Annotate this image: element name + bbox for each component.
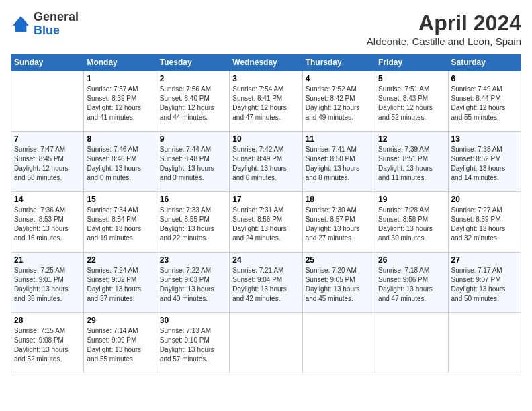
calendar-cell [448,313,521,373]
header-cell-sunday: Sunday [11,54,84,71]
calendar-cell: 27Sunrise: 7:17 AMSunset: 9:07 PMDayligh… [448,253,521,313]
day-info: Sunrise: 7:42 AMSunset: 8:49 PMDaylight:… [232,145,299,183]
logo-text: General Blue [34,11,79,38]
day-number: 18 [306,195,372,204]
day-info: Sunrise: 7:25 AMSunset: 9:01 PMDaylight:… [14,266,81,304]
calendar-cell [375,313,448,373]
day-info: Sunrise: 7:30 AMSunset: 8:57 PMDaylight:… [306,205,372,243]
logo-blue-text: Blue [34,24,60,37]
calendar-week-2: 14Sunrise: 7:36 AMSunset: 8:53 PMDayligh… [11,192,521,253]
day-number: 17 [232,195,299,204]
day-info: Sunrise: 7:18 AMSunset: 9:06 PMDaylight:… [378,266,445,304]
logo-icon [11,14,31,34]
calendar-cell [302,313,375,373]
calendar-cell: 1Sunrise: 7:57 AMSunset: 8:39 PMDaylight… [84,71,157,132]
day-number: 2 [160,74,226,83]
calendar-cell: 7Sunrise: 7:47 AMSunset: 8:45 PMDaylight… [11,132,84,192]
day-info: Sunrise: 7:24 AMSunset: 9:02 PMDaylight:… [87,266,153,304]
day-number: 7 [14,134,81,144]
calendar-cell: 30Sunrise: 7:13 AMSunset: 9:10 PMDayligh… [157,313,229,373]
calendar-table: SundayMondayTuesdayWednesdayThursdayFrid… [11,54,521,373]
calendar-cell: 13Sunrise: 7:38 AMSunset: 8:52 PMDayligh… [448,132,521,192]
day-number: 28 [14,316,81,325]
day-info: Sunrise: 7:14 AMSunset: 9:09 PMDaylight:… [87,326,153,364]
calendar-cell: 8Sunrise: 7:46 AMSunset: 8:46 PMDaylight… [84,132,157,192]
day-info: Sunrise: 7:21 AMSunset: 9:04 PMDaylight:… [232,266,299,304]
title-block: April 2024 Aldeonte, Castille and Leon, … [367,11,521,47]
day-number: 5 [378,74,445,83]
calendar-cell: 15Sunrise: 7:34 AMSunset: 8:54 PMDayligh… [84,192,157,253]
calendar-body: 1Sunrise: 7:57 AMSunset: 8:39 PMDaylight… [11,71,521,373]
day-number: 25 [306,255,372,265]
calendar-cell [230,313,302,373]
day-number: 14 [14,195,81,204]
day-number: 23 [160,255,226,265]
calendar-cell: 29Sunrise: 7:14 AMSunset: 9:09 PMDayligh… [84,313,157,373]
calendar-subtitle: Aldeonte, Castille and Leon, Spain [367,36,521,47]
calendar-cell: 14Sunrise: 7:36 AMSunset: 8:53 PMDayligh… [11,192,84,253]
day-number: 1 [87,74,153,83]
calendar-header: SundayMondayTuesdayWednesdayThursdayFrid… [11,54,521,71]
day-number: 22 [87,255,153,265]
day-number: 15 [87,195,153,204]
day-info: Sunrise: 7:34 AMSunset: 8:54 PMDaylight:… [87,205,153,243]
calendar-cell: 24Sunrise: 7:21 AMSunset: 9:04 PMDayligh… [230,253,302,313]
header-cell-wednesday: Wednesday [230,54,302,71]
day-number: 24 [232,255,299,265]
calendar-cell: 16Sunrise: 7:33 AMSunset: 8:55 PMDayligh… [157,192,229,253]
day-number: 19 [378,195,445,204]
day-info: Sunrise: 7:54 AMSunset: 8:41 PMDaylight:… [232,85,299,122]
day-number: 29 [87,316,153,325]
calendar-cell: 25Sunrise: 7:20 AMSunset: 9:05 PMDayligh… [302,253,375,313]
day-info: Sunrise: 7:15 AMSunset: 9:08 PMDaylight:… [14,326,81,364]
day-info: Sunrise: 7:57 AMSunset: 8:39 PMDaylight:… [87,85,153,122]
day-info: Sunrise: 7:17 AMSunset: 9:07 PMDaylight:… [451,266,518,304]
calendar-cell: 17Sunrise: 7:31 AMSunset: 8:56 PMDayligh… [230,192,302,253]
day-number: 12 [378,134,445,144]
day-info: Sunrise: 7:44 AMSunset: 8:48 PMDaylight:… [160,145,226,183]
day-number: 3 [232,74,299,83]
day-number: 6 [451,74,518,83]
day-info: Sunrise: 7:13 AMSunset: 9:10 PMDaylight:… [160,326,226,364]
calendar-week-4: 28Sunrise: 7:15 AMSunset: 9:08 PMDayligh… [11,313,521,373]
day-number: 10 [232,134,299,144]
day-info: Sunrise: 7:39 AMSunset: 8:51 PMDaylight:… [378,145,445,183]
day-info: Sunrise: 7:28 AMSunset: 8:58 PMDaylight:… [378,205,445,243]
day-number: 21 [14,255,81,265]
day-info: Sunrise: 7:51 AMSunset: 8:43 PMDaylight:… [378,85,445,122]
calendar-cell: 11Sunrise: 7:41 AMSunset: 8:50 PMDayligh… [302,132,375,192]
day-number: 16 [160,195,226,204]
calendar-cell: 2Sunrise: 7:56 AMSunset: 8:40 PMDaylight… [157,71,229,132]
day-info: Sunrise: 7:46 AMSunset: 8:46 PMDaylight:… [87,145,153,183]
day-info: Sunrise: 7:49 AMSunset: 8:44 PMDaylight:… [451,85,518,122]
calendar-cell: 19Sunrise: 7:28 AMSunset: 8:58 PMDayligh… [375,192,448,253]
calendar-cell: 5Sunrise: 7:51 AMSunset: 8:43 PMDaylight… [375,71,448,132]
day-info: Sunrise: 7:47 AMSunset: 8:45 PMDaylight:… [14,145,81,183]
day-number: 4 [306,74,372,83]
calendar-cell: 6Sunrise: 7:49 AMSunset: 8:44 PMDaylight… [448,71,521,132]
logo-general: General [34,10,79,24]
calendar-cell: 26Sunrise: 7:18 AMSunset: 9:06 PMDayligh… [375,253,448,313]
day-info: Sunrise: 7:31 AMSunset: 8:56 PMDaylight:… [232,205,299,243]
calendar-cell: 3Sunrise: 7:54 AMSunset: 8:41 PMDaylight… [230,71,302,132]
calendar-cell: 21Sunrise: 7:25 AMSunset: 9:01 PMDayligh… [11,253,84,313]
day-info: Sunrise: 7:41 AMSunset: 8:50 PMDaylight:… [306,145,372,183]
header-cell-monday: Monday [84,54,157,71]
day-number: 20 [451,195,518,204]
logo: General Blue [11,11,79,38]
calendar-cell: 12Sunrise: 7:39 AMSunset: 8:51 PMDayligh… [375,132,448,192]
calendar-week-0: 1Sunrise: 7:57 AMSunset: 8:39 PMDaylight… [11,71,521,132]
day-info: Sunrise: 7:22 AMSunset: 9:03 PMDaylight:… [160,266,226,304]
day-info: Sunrise: 7:36 AMSunset: 8:53 PMDaylight:… [14,205,81,243]
header-cell-friday: Friday [375,54,448,71]
page-header: General Blue April 2024 Aldeonte, Castil… [11,11,521,47]
calendar-cell: 10Sunrise: 7:42 AMSunset: 8:49 PMDayligh… [230,132,302,192]
day-number: 27 [451,255,518,265]
day-info: Sunrise: 7:52 AMSunset: 8:42 PMDaylight:… [306,85,372,122]
day-number: 8 [87,134,153,144]
calendar-title: April 2024 [367,11,521,36]
calendar-cell [11,71,84,132]
calendar-cell: 4Sunrise: 7:52 AMSunset: 8:42 PMDaylight… [302,71,375,132]
day-number: 30 [160,316,226,325]
header-cell-tuesday: Tuesday [157,54,229,71]
